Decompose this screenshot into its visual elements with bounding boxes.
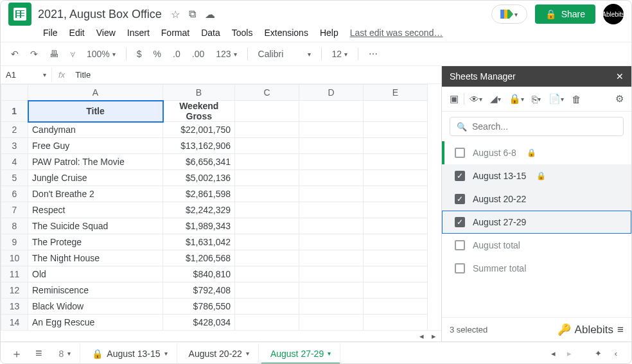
cell[interactable] — [299, 299, 364, 315]
cell[interactable]: Weekend Gross — [163, 101, 235, 122]
cell[interactable]: Old — [28, 266, 163, 282]
col-header[interactable]: B — [163, 85, 235, 101]
more-toolbar-icon[interactable]: ⋯ — [366, 46, 380, 62]
row-header[interactable]: 2 — [1, 122, 28, 138]
cell[interactable]: Candyman — [28, 122, 163, 138]
cell[interactable]: $1,989,343 — [163, 218, 235, 234]
col-header[interactable]: D — [299, 85, 364, 101]
undo-icon[interactable]: ↶ — [8, 46, 21, 62]
close-icon[interactable]: ✕ — [616, 71, 624, 82]
cell[interactable] — [364, 250, 428, 266]
print-icon[interactable]: 🖶 — [47, 46, 61, 62]
cell[interactable] — [364, 282, 428, 299]
cell[interactable] — [364, 315, 428, 331]
row-header[interactable]: 13 — [1, 299, 28, 315]
last-edit-link[interactable]: Last edit was second… — [350, 28, 443, 38]
cell[interactable] — [235, 170, 299, 186]
checkbox-icon[interactable] — [455, 263, 465, 273]
cell[interactable] — [299, 170, 364, 186]
menu-data[interactable]: Data — [196, 25, 225, 40]
cell[interactable] — [235, 266, 299, 282]
cell[interactable] — [364, 218, 428, 234]
cell[interactable] — [299, 315, 364, 331]
scroll-right-icon[interactable]: ▸ — [432, 331, 436, 341]
cell[interactable] — [364, 234, 428, 250]
cell[interactable] — [235, 218, 299, 234]
sheet-item[interactable]: August 6-8🔒 — [442, 141, 631, 164]
redo-icon[interactable]: ↷ — [28, 46, 40, 62]
menu-extensions[interactable]: Extensions — [259, 25, 313, 40]
settings-icon[interactable]: ⚙ — [613, 91, 626, 107]
cell[interactable] — [235, 315, 299, 331]
cell[interactable] — [364, 154, 428, 170]
sheet-item[interactable]: ✓August 27-29 — [442, 211, 631, 234]
meet-button[interactable]: ▾ — [491, 4, 527, 24]
star-icon[interactable]: ☆ — [171, 8, 180, 21]
cell[interactable]: $2,861,598 — [163, 186, 235, 202]
checkbox-icon[interactable]: ✓ — [455, 194, 465, 204]
menu-file[interactable]: File — [38, 25, 63, 40]
color-icon[interactable]: ◢▾ — [487, 91, 504, 107]
share-button[interactable]: 🔒 Share — [535, 4, 595, 24]
cell[interactable]: $1,631,042 — [163, 234, 235, 250]
sheet-item[interactable]: ✓August 13-15🔒 — [442, 164, 631, 187]
cell[interactable]: $5,002,136 — [163, 170, 235, 186]
cell[interactable] — [364, 202, 428, 218]
row-header[interactable]: 12 — [1, 282, 28, 299]
cell[interactable] — [299, 186, 364, 202]
delete-icon[interactable]: 🗑 — [569, 91, 584, 107]
search-input-wrap[interactable]: 🔍 — [450, 117, 624, 136]
cell[interactable] — [235, 250, 299, 266]
row-header[interactable]: 14 — [1, 315, 28, 331]
font-size-select[interactable]: 12 ▾ — [329, 46, 351, 62]
cell[interactable] — [235, 234, 299, 250]
cell[interactable] — [235, 202, 299, 218]
cell[interactable] — [299, 154, 364, 170]
row-header[interactable]: 7 — [1, 202, 28, 218]
cell[interactable]: $1,206,568 — [163, 250, 235, 266]
cell[interactable]: $792,408 — [163, 282, 235, 299]
sheet-item[interactable]: August total — [442, 234, 631, 257]
cell[interactable]: Jungle Cruise — [28, 170, 163, 186]
cell[interactable]: Title — [28, 101, 163, 122]
cell[interactable]: Reminiscence — [28, 282, 163, 299]
row-header[interactable]: 9 — [1, 234, 28, 250]
cell[interactable] — [235, 122, 299, 138]
row-header[interactable]: 8 — [1, 218, 28, 234]
cell[interactable]: $22,001,750 — [163, 122, 235, 138]
tab-prev-icon[interactable]: ◂ — [551, 349, 556, 358]
cell[interactable] — [299, 266, 364, 282]
doc-title[interactable]: 2021, August Box Office — [38, 8, 162, 21]
menu-view[interactable]: View — [91, 25, 121, 40]
cell[interactable] — [364, 266, 428, 282]
visibility-icon[interactable]: 👁▾ — [467, 91, 485, 107]
cell[interactable] — [299, 122, 364, 138]
row-header[interactable]: 4 — [1, 154, 28, 170]
row-header[interactable]: 3 — [1, 138, 28, 154]
cell[interactable]: Respect — [28, 202, 163, 218]
cell[interactable] — [235, 186, 299, 202]
cell[interactable]: Black Widow — [28, 299, 163, 315]
formula-bar[interactable]: Title — [71, 67, 441, 82]
add-sheet-button[interactable]: ＋ — [6, 342, 28, 365]
currency-icon[interactable]: $ — [134, 46, 145, 62]
cell[interactable]: $840,810 — [163, 266, 235, 282]
lock-icon[interactable]: 🔒▾ — [506, 91, 527, 107]
row-header[interactable]: 1 — [1, 101, 28, 122]
cell[interactable]: The Protege — [28, 234, 163, 250]
cell[interactable] — [235, 138, 299, 154]
tab-aug-13-15[interactable]: 🔒August 13-15 ▾ — [83, 343, 177, 364]
percent-icon[interactable]: % — [151, 46, 164, 62]
menu-help[interactable]: Help — [315, 25, 344, 40]
cell[interactable] — [235, 101, 299, 122]
cell[interactable]: $428,034 — [163, 315, 235, 331]
cell[interactable] — [299, 218, 364, 234]
select-all-corner[interactable] — [1, 85, 28, 101]
cell[interactable] — [299, 234, 364, 250]
cell[interactable] — [299, 202, 364, 218]
row-header[interactable]: 11 — [1, 266, 28, 282]
col-header[interactable]: E — [364, 85, 428, 101]
cell[interactable] — [364, 101, 428, 122]
cell[interactable] — [364, 138, 428, 154]
explore-icon[interactable]: ✦ — [595, 349, 602, 358]
